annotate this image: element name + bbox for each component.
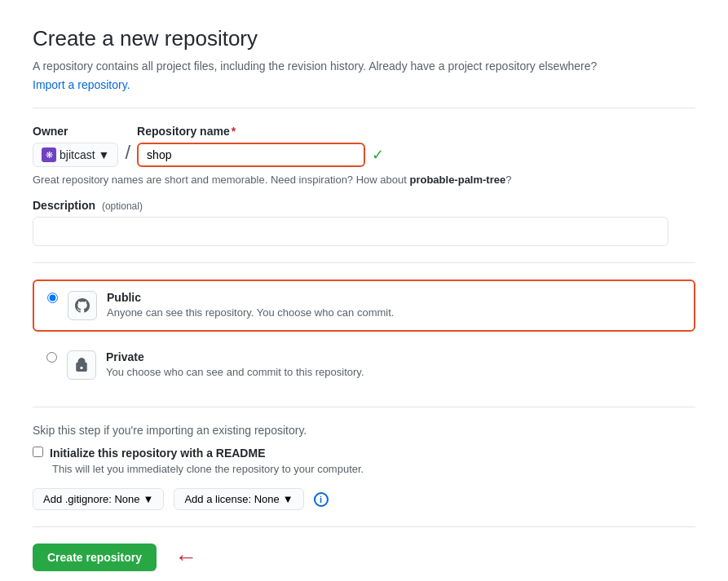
page-subtitle: A repository contains all project files,… [33, 58, 695, 75]
gitignore-label: Add .gitignore: None [43, 493, 140, 505]
private-radio[interactable] [46, 352, 57, 363]
private-icon [67, 350, 96, 380]
visibility-section: Public Anyone can see this repository. Y… [33, 279, 695, 390]
repo-name-field-group: Repository name* ✓ [137, 125, 384, 167]
license-chevron-icon: ▼ [283, 493, 293, 505]
license-dropdown[interactable]: Add a license: None ▼ [174, 488, 303, 510]
init-readme-label: Initialize this repository with a README [50, 447, 265, 460]
init-readme-row: Initialize this repository with a README [33, 447, 695, 460]
page-title: Create a new repository [33, 26, 695, 51]
owner-icon [42, 147, 56, 162]
divider-1 [33, 108, 695, 108]
repo-name-input[interactable] [137, 143, 365, 167]
repo-name-wrapper: ✓ [137, 143, 384, 167]
slash-separator: / [125, 141, 130, 167]
create-repository-button[interactable]: Create repository ← [33, 544, 157, 571]
gitignore-dropdown[interactable]: Add .gitignore: None ▼ [33, 488, 164, 510]
private-title: Private [106, 350, 682, 363]
public-desc: Anyone can see this repository. You choo… [107, 306, 681, 319]
public-icon [68, 291, 97, 320]
owner-select[interactable]: bjitcast ▼ [33, 143, 118, 167]
private-content: Private You choose who can see and commi… [106, 350, 682, 378]
bottom-section: Create repository ← [33, 544, 695, 571]
owner-repo-row: Owner bjitcast ▼ / Repository name* ✓ [33, 125, 695, 167]
owner-name: bjitcast [60, 148, 95, 161]
arrow-indicator: ← [174, 544, 197, 570]
repo-name-hint: Great repository names are short and mem… [33, 174, 695, 186]
required-asterisk: * [232, 125, 236, 138]
public-radio[interactable] [47, 293, 58, 303]
optional-label: (optional) [102, 200, 143, 212]
owner-field-group: Owner bjitcast ▼ [33, 125, 118, 167]
info-icon[interactable]: i [314, 492, 329, 507]
description-field-group: Description (optional) [33, 199, 695, 246]
divider-2 [33, 262, 695, 263]
private-option[interactable]: Private You choose who can see and commi… [33, 340, 695, 390]
divider-4 [33, 526, 695, 527]
private-desc: You choose who can see and commit to thi… [106, 366, 682, 378]
init-readme-checkbox[interactable] [33, 447, 43, 457]
init-readme-desc: This will let you immediately clone the … [52, 463, 695, 475]
description-input[interactable] [33, 217, 668, 246]
license-label: Add a license: None [184, 493, 279, 505]
divider-3 [33, 407, 695, 407]
description-label: Description (optional) [33, 199, 695, 212]
owner-label: Owner [33, 125, 118, 138]
public-title: Public [107, 291, 681, 304]
import-link[interactable]: Import a repository. [33, 78, 130, 91]
gitignore-chevron-icon: ▼ [143, 493, 154, 505]
public-content: Public Anyone can see this repository. Y… [107, 291, 681, 319]
checkmark-icon: ✓ [372, 146, 384, 164]
name-suggestion: probable-palm-tree [409, 174, 505, 186]
public-option[interactable]: Public Anyone can see this repository. Y… [33, 279, 695, 332]
repo-name-label: Repository name* [137, 125, 384, 138]
skip-text: Skip this step if you're importing an ex… [33, 424, 695, 437]
create-btn-label: Create repository [47, 551, 142, 564]
dropdown-row: Add .gitignore: None ▼ Add a license: No… [33, 488, 695, 510]
owner-chevron-icon: ▼ [99, 148, 110, 161]
